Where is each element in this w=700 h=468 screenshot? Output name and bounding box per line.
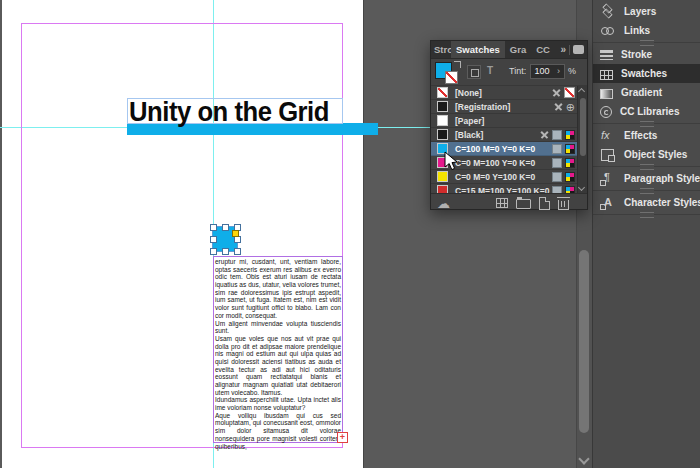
effects-icon xyxy=(600,129,616,143)
noedit-icon xyxy=(554,102,563,111)
tint-label: Tint: xyxy=(509,66,526,76)
swatch-chip xyxy=(437,143,448,154)
selection-handle-n[interactable] xyxy=(222,224,229,231)
divider-grip-icon[interactable] xyxy=(640,212,654,218)
sidebar-item-label: Character Styles xyxy=(624,197,700,208)
swatch-name: [Black] xyxy=(455,130,483,140)
swatch-chip xyxy=(437,171,448,182)
swatch-row[interactable]: C=15 M=100 Y=100 K=0 xyxy=(431,184,587,193)
swatch-name: C=15 M=100 Y=100 K=0 xyxy=(455,186,549,194)
new-group-icon[interactable] xyxy=(516,199,531,209)
swatch-row-icons xyxy=(552,87,575,98)
panel-menu-icon[interactable] xyxy=(573,45,584,54)
swatch-name: [Registration] xyxy=(455,102,510,112)
swatch-row[interactable]: [Registration]⊕ xyxy=(431,100,587,114)
list-scroll-down-icon[interactable] xyxy=(578,184,585,191)
body-text: eruptur mi, cusdant, unt, ventiam labore… xyxy=(215,258,341,450)
sidebar-item-object-styles[interactable]: Object Styles xyxy=(593,145,700,164)
scrollbar-down-arrow-icon[interactable] xyxy=(578,453,589,464)
panel-overflow-chevrons-icon[interactable]: » xyxy=(560,44,566,55)
selection-handle-se[interactable] xyxy=(234,248,241,255)
sidebar-item-label: Links xyxy=(624,25,650,36)
sidebar-group-divider xyxy=(593,212,700,217)
paragraph-styles-icon xyxy=(600,172,616,186)
sidebar-item-label: Stroke xyxy=(621,49,652,60)
swatches-footer xyxy=(431,193,587,212)
list-scroll-up-icon[interactable] xyxy=(578,88,585,95)
swatch-name: [Paper] xyxy=(455,116,484,126)
sidebar-item-swatches[interactable]: Swatches xyxy=(593,64,700,83)
body-text-frame[interactable]: eruptur mi, cusdant, unt, ventiam labore… xyxy=(213,256,343,443)
formatting-affects-text-button[interactable]: T xyxy=(487,65,493,76)
tint-dropdown-arrow-icon[interactable]: › xyxy=(553,64,565,79)
sidebar-item-layers[interactable]: Layers xyxy=(593,2,700,21)
headline-text-frame[interactable]: Unity on the Grid xyxy=(127,98,343,124)
swatch-row[interactable]: [None] xyxy=(431,86,587,100)
sidebar-item-cc-libraries[interactable]: CC Libraries xyxy=(593,102,700,121)
new-swatch-icon[interactable] xyxy=(539,197,550,210)
character-styles-icon xyxy=(600,196,616,210)
swatch-chip xyxy=(437,129,448,140)
swatch-row[interactable]: C=0 M=100 Y=0 K=0 xyxy=(431,156,587,170)
swatches-panel: StroSwatchesGraCC » T Tint: 100 › % [Non… xyxy=(430,40,588,210)
sidebar-item-label: Effects xyxy=(624,130,657,141)
links-icon xyxy=(600,24,616,38)
swatch-row[interactable]: C=100 M=0 Y=0 K=0 xyxy=(431,142,587,156)
swatch-chip xyxy=(437,87,448,98)
sidebar-item-character-styles[interactable]: Character Styles xyxy=(593,193,700,212)
selection-handle-w[interactable] xyxy=(210,236,217,243)
tint-value-field[interactable]: 100 xyxy=(530,64,554,79)
selection-handle-sw[interactable] xyxy=(210,248,217,255)
fill-stroke-proxy[interactable] xyxy=(435,61,465,85)
swatch-name: C=0 M=0 Y=100 K=0 xyxy=(455,172,535,182)
sidebar-item-effects[interactable]: Effects xyxy=(593,126,700,145)
stroke-proxy-swatch-none[interactable] xyxy=(445,71,458,84)
body-paragraph: Usam que voles que nos aut vit prae qui … xyxy=(215,335,341,397)
selection-handle-s[interactable] xyxy=(222,248,229,255)
divider-grip-icon[interactable] xyxy=(640,188,654,194)
panel-tab-stro[interactable]: Stro xyxy=(431,41,451,58)
sidebar-item-gradient[interactable]: Gradient xyxy=(593,83,700,102)
panel-tab-bar: StroSwatchesGraCC » xyxy=(431,41,587,59)
swatch-row[interactable]: [Black] xyxy=(431,128,587,142)
swatch-row-icons xyxy=(552,186,575,194)
sidebar-item-links[interactable]: Links xyxy=(593,21,700,40)
swatch-chip xyxy=(437,101,448,112)
divider-grip-icon[interactable] xyxy=(640,164,654,170)
swatch-chip xyxy=(437,115,448,126)
swap-fill-stroke-icon[interactable] xyxy=(454,61,461,68)
selection-handle-nw[interactable] xyxy=(210,224,217,231)
selection-handle-e[interactable] xyxy=(234,236,241,243)
cmyk-icon xyxy=(565,186,575,194)
body-paragraph: Um aligent minvendae volupta tiusciendis… xyxy=(215,320,341,335)
cc-cloud-icon[interactable] xyxy=(437,194,450,212)
sidebar-item-stroke[interactable]: Stroke xyxy=(593,45,700,64)
live-corner-handle[interactable] xyxy=(232,230,239,237)
panel-tab-gra[interactable]: Gra xyxy=(505,41,531,58)
swatch-name: C=100 M=0 Y=0 K=0 xyxy=(455,144,535,154)
swatch-row-icons xyxy=(552,172,575,182)
tab-bar-separator xyxy=(569,45,570,55)
swatch-row[interactable]: C=0 M=0 Y=100 K=0 xyxy=(431,170,587,184)
panel-tab-swatches[interactable]: Swatches xyxy=(451,41,505,58)
divider-grip-icon[interactable] xyxy=(640,40,654,46)
sidebar-group-divider xyxy=(593,164,700,169)
swatch-row-icons xyxy=(552,144,575,154)
new-grid-icon[interactable] xyxy=(496,198,508,208)
formatting-affects-container-button[interactable] xyxy=(467,65,481,79)
swatch-name: [None] xyxy=(455,88,482,98)
divider-grip-icon[interactable] xyxy=(640,121,654,127)
body-paragraph: eruptur mi, cusdant, unt, ventiam labore… xyxy=(215,258,341,320)
registration-icon: ⊕ xyxy=(566,102,575,112)
swatch-row[interactable]: [Paper] xyxy=(431,114,587,128)
list-scrollbar-thumb[interactable] xyxy=(580,98,586,156)
noedit-icon xyxy=(540,130,549,139)
square-icon xyxy=(552,130,562,140)
panel-tab-cc[interactable]: CC xyxy=(531,41,555,58)
sidebar-group-divider xyxy=(593,188,700,193)
sidebar-item-paragraph-styles[interactable]: Paragraph Styles xyxy=(593,169,700,188)
text-overflow-indicator[interactable]: + xyxy=(337,432,348,443)
swatch-list-scrollbar[interactable] xyxy=(577,86,587,193)
trash-icon[interactable] xyxy=(558,200,569,210)
scrollbar-thumb[interactable] xyxy=(579,250,589,433)
